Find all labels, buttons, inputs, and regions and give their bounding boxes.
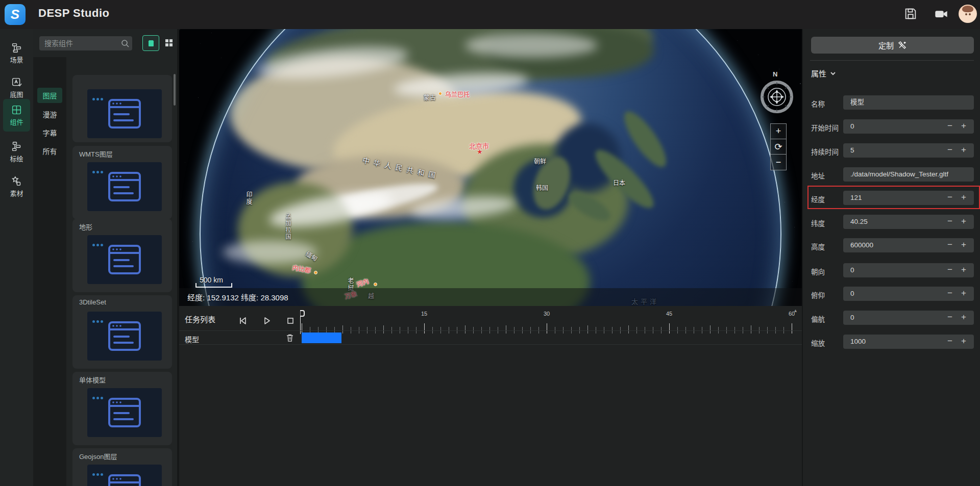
capital-star-icon: ★ [477,148,483,156]
decrement-button[interactable]: − [947,238,952,252]
land-japan-2 [618,106,673,173]
height-input[interactable]: 600000 [843,238,974,252]
divider [810,60,974,61]
scale-bar [195,283,232,288]
decrement-button[interactable]: − [947,287,952,301]
increment-button[interactable]: + [961,238,966,252]
name-input[interactable]: 模型 [843,95,974,110]
decrement-button[interactable]: − [947,215,952,229]
field-row-duration: 持续时间 5 − + [803,143,980,158]
component-card[interactable]: 单体模型 [72,372,172,445]
map-label-country: 韩国 [536,183,548,192]
card-list-scrollbar[interactable] [174,74,176,106]
field-label: 缩放 [811,338,825,348]
heading-input[interactable]: 0 [843,263,974,277]
window-icon [108,474,141,486]
scale-input[interactable]: 1000 [843,335,974,349]
field-row-heading: 朝向 0 − + [803,263,980,277]
latitude-input[interactable]: 40.25 [843,215,974,229]
tab-roam[interactable]: 漫游 [37,107,62,122]
window-icon [108,99,141,129]
user-avatar[interactable] [959,5,977,23]
sidebar-item-plot[interactable]: 标绘 [3,137,30,167]
top-bar: S DESP Studio [0,0,980,29]
pitch-input[interactable]: 0 [843,287,974,301]
sidebar-item-label: 组件 [10,117,23,126]
tile-dots-icon [92,93,108,96]
card-title: 地形 [79,222,92,232]
tab-subtitle[interactable]: 字幕 [37,125,62,140]
increment-button[interactable]: + [961,119,966,134]
app-title: DESP Studio [38,7,110,20]
increment-button[interactable]: + [961,311,966,325]
duration-input[interactable]: 5 [843,143,974,158]
city-dot [438,92,442,95]
sidebar-item-scene[interactable]: 场景 [3,38,30,68]
sidebar-item-label: 场景 [10,55,23,64]
map-zoom-controls: + ⟳ − [770,123,787,170]
ruler-label: 45 [666,311,672,317]
field-label: 纬度 [811,218,825,228]
field-row-address: 地址 ./data/model/Shadow_Tester.gltf [803,167,980,182]
component-card[interactable]: 地形 [72,219,172,292]
playhead-handle[interactable] [300,310,305,317]
increment-button[interactable]: + [961,287,966,301]
component-card[interactable] [72,75,172,142]
sidebar-item-material[interactable]: 素材 [3,172,30,201]
increment-button[interactable]: + [961,191,966,205]
address-input[interactable]: ./data/model/Shadow_Tester.gltf [843,167,974,182]
component-card[interactable]: WMTS图层 [72,146,172,219]
field-row-longitude: 经度 121 − + [803,191,980,205]
map-label-city: 乌兰巴托 [445,90,470,98]
delete-task-icon[interactable] [286,334,294,342]
tab-all[interactable]: 所有 [37,143,62,159]
increment-button[interactable]: + [961,335,966,349]
decrement-button[interactable]: − [947,119,952,134]
task-duration-bar[interactable] [302,332,341,343]
decrement-button[interactable]: − [947,191,952,205]
zoom-out-button[interactable]: − [771,155,786,170]
properties-section-header[interactable]: 属性 [811,68,836,79]
globe-viewport[interactable]: 蒙古 乌兰巴托 北京市 ★ 中华人民共和国 朝鲜 韩国 日本 印度 孟加拉国 缅… [179,29,802,306]
sidebar-item-label: 底图 [10,89,23,99]
window-icon [108,398,141,427]
search-input[interactable] [39,36,132,50]
card-title: 单体模型 [79,375,106,385]
save-icon[interactable] [903,7,918,21]
tab-layers[interactable]: 图层 [37,88,62,103]
compass-icon[interactable] [761,81,793,113]
field-row-scale: 缩放 1000 − + [803,335,980,349]
globe [179,29,802,306]
cloud [465,33,598,58]
start-time-input[interactable]: 0 [843,119,974,134]
window-icon [108,245,141,274]
app-logo-icon[interactable]: S [5,4,26,25]
timeline-scroll-up-arrow[interactable]: ▲ [793,308,798,313]
task-row[interactable]: 模型 [179,330,802,345]
decrement-button[interactable]: − [947,143,952,158]
sidebar-item-label: 素材 [10,188,23,198]
page: S DESP Studio 场景 底图 组件 标绘 [0,0,980,486]
coordinate-strip: 经度: 152.9132 纬度: 28.3098 [179,288,802,306]
component-card[interactable]: Geojson图层 [72,448,172,486]
map-label-country: 朝鲜 [534,157,546,165]
customize-label: 定制 [878,40,894,50]
sidebar-item-basemap[interactable]: 底图 [3,73,30,103]
reset-view-button[interactable]: ⟳ [771,139,786,155]
decrement-button[interactable]: − [947,311,952,325]
zoom-in-button[interactable]: + [771,124,786,139]
increment-button[interactable]: + [961,143,966,158]
increment-button[interactable]: + [961,263,966,277]
customize-button[interactable]: 定制 [811,37,974,54]
yaw-input[interactable]: 0 [843,311,974,325]
longitude-input[interactable]: 121 [843,191,974,205]
component-card[interactable]: 3DtileSet [72,295,172,369]
card-view-button[interactable] [142,35,159,51]
sidebar-item-components[interactable]: 组件 [3,99,30,132]
grid-view-button[interactable] [163,37,175,49]
video-camera-icon[interactable] [934,7,948,21]
decrement-button[interactable]: − [947,335,952,349]
decrement-button[interactable]: − [947,263,952,277]
increment-button[interactable]: + [961,215,966,229]
card-preview [87,312,162,361]
